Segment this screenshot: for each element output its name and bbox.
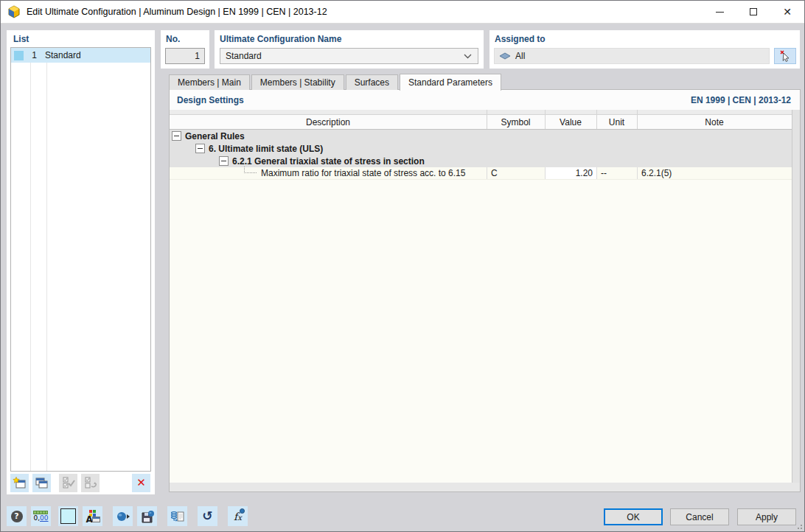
app-icon [7,5,21,18]
delete-icon: ✕ [136,476,146,489]
formula-button[interactable]: fx [228,506,248,526]
deselect-icon [84,477,97,489]
configuration-name-dropdown[interactable]: Standard [220,48,478,64]
minimize-icon [716,12,724,13]
collapse-toggle-icon[interactable] [219,156,229,166]
units-settings-button[interactable]: 0,00 [31,506,51,526]
select-all-button [59,474,77,492]
group-label: 6. Ultimate limit state (ULS) [170,144,323,154]
import-settings-button[interactable] [167,506,187,526]
resize-grip[interactable] [795,522,802,529]
deselect-button [81,474,100,492]
column-header-symbol: Symbol [487,115,545,129]
font-color-icon: A [86,510,100,523]
reset-defaults-button[interactable]: ↺ [198,506,217,526]
tab-members-stability[interactable]: Members | Stability [251,74,344,90]
maximize-icon [750,8,757,15]
list-panel-title: List [13,34,29,44]
vertical-scrollbar[interactable] [792,110,800,483]
standard-reference: EN 1999 | CEN | 2013-12 [691,95,791,105]
reset-icon: ↺ [202,510,212,522]
collapse-toggle-icon[interactable] [195,144,205,153]
number-panel: No. 1 [161,30,209,69]
configuration-name-label: Ultimate Configuration Name [220,34,341,44]
configuration-name-panel: Ultimate Configuration Name Standard [215,30,484,69]
grid-header-strip [170,110,792,115]
save-as-default-button[interactable] [137,506,157,526]
list-column-divider [30,48,31,471]
save-icon [140,510,155,523]
delete-configuration-button[interactable]: ✕ [132,474,150,492]
parameter-symbol: C [487,167,545,179]
column-header-description: Description [170,115,487,129]
group-label: 6.2.1 General triaxial state of stress i… [170,156,425,167]
cancel-button[interactable]: Cancel [670,508,729,525]
list-toolbar: ✕ [10,473,151,492]
object-diamond-icon [499,52,511,60]
configuration-list[interactable]: 1 Standard [10,47,151,472]
minimize-button[interactable] [703,1,736,23]
dialog-toolbar: ? 0,00 A [7,506,252,526]
import-document-icon [170,510,185,523]
number-input[interactable]: 1 [165,48,205,64]
dialog-window: Edit Ultimate Configuration | Aluminum D… [0,0,805,532]
tab-standard-parameters[interactable]: Standard Parameters [400,74,501,91]
parameter-unit: -- [596,167,637,179]
help-icon: ? [11,511,23,522]
maximize-button[interactable] [736,1,770,23]
table-row-general-rules[interactable]: General Rules [170,130,792,142]
parameters-grid: Description Symbol Value Unit Note Gener… [170,110,800,483]
list-item-standard[interactable]: 1 Standard [11,48,150,63]
collapse-toggle-icon[interactable] [172,131,181,141]
copy-configuration-icon [35,477,49,489]
copy-configuration-button[interactable] [32,474,51,492]
color-swatch-icon [60,508,76,524]
number-label: No. [166,34,180,44]
configuration-name-value: Standard [226,51,262,61]
column-header-unit: Unit [596,115,637,129]
column-header-value: Value [545,115,596,129]
transfer-globe-icon [116,510,130,523]
transfer-settings-button[interactable] [113,506,133,526]
window-title: Edit Ultimate Configuration | Aluminum D… [27,7,327,17]
section-title: Design Settings [177,95,244,105]
new-configuration-icon [13,477,27,489]
tree-elbow-connector [244,167,257,173]
close-icon: ✕ [783,7,792,17]
table-row-ultimate-limit-state[interactable]: 6. Ultimate limit state (ULS) [170,142,792,155]
grid-column-headers: Description Symbol Value Unit Note [170,115,792,130]
tab-bar: Members | Main Members | Stability Surfa… [169,74,503,90]
design-settings-header: Design Settings EN 1999 | CEN | 2013-12 [170,90,800,110]
units-icon: 0,00 [33,511,48,522]
assigned-to-panel: Assigned to All [489,30,800,69]
parameter-description: Maximum ratio for triaxial state of stre… [261,167,465,179]
select-objects-button[interactable] [774,48,796,64]
tab-members-main[interactable]: Members | Main [169,74,250,90]
color-settings-button[interactable] [58,506,78,526]
parameter-value-input[interactable]: 1.20 [545,167,596,179]
list-item-name: Standard [40,50,81,60]
select-all-icon [62,477,75,489]
display-properties-button[interactable]: A [83,506,102,526]
pick-cursor-icon [779,50,791,62]
color-swatch-icon [14,51,24,60]
title-bar: Edit Ultimate Configuration | Aluminum D… [1,1,804,24]
close-button[interactable]: ✕ [770,1,804,23]
help-button[interactable]: ? [7,506,27,526]
ok-button[interactable]: OK [604,508,663,525]
tab-surfaces[interactable]: Surfaces [346,74,398,90]
formula-icon: fx [234,511,242,522]
table-row-max-ratio-parameter[interactable]: Maximum ratio for triaxial state of stre… [170,167,792,180]
assigned-to-field[interactable]: All [494,48,770,64]
new-configuration-button[interactable] [10,474,29,492]
list-column-divider [46,48,47,471]
standard-parameters-page: Design Settings EN 1999 | CEN | 2013-12 … [169,89,801,492]
table-row-triaxial-stress-section[interactable]: 6.2.1 General triaxial state of stress i… [170,155,792,167]
assigned-to-label: Assigned to [495,34,546,44]
list-panel: List 1 Standard [7,30,155,494]
assigned-to-value: All [515,51,525,61]
list-item-number: 1 [24,50,40,60]
chevron-down-icon [464,54,472,59]
apply-button[interactable]: Apply [737,508,796,525]
parameter-note: 6.2.1(5) [637,167,792,179]
